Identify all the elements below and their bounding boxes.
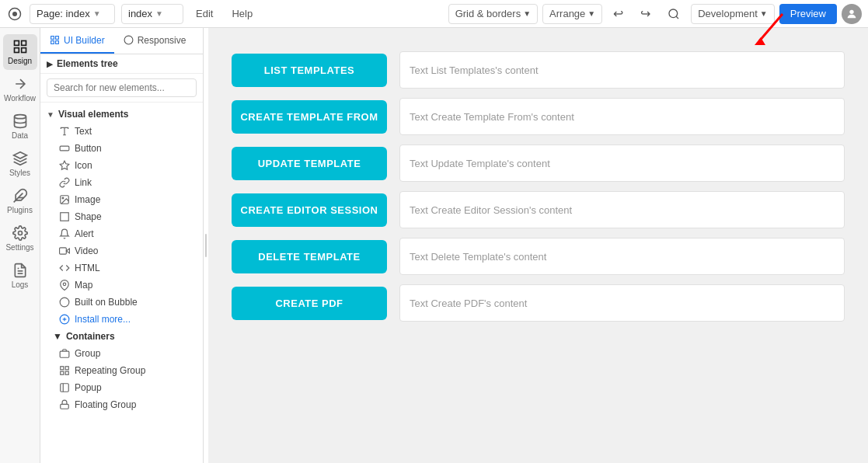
page-name-dropdown[interactable]: index ▼ bbox=[121, 4, 183, 24]
styles-label: Styles bbox=[9, 169, 30, 177]
search-icon bbox=[668, 8, 680, 20]
tree-item-floating-group[interactable]: Floating Group bbox=[40, 396, 203, 413]
tree-item-text[interactable]: Text bbox=[40, 123, 203, 140]
tree-item-built-on-bubble[interactable]: Built on Bubble bbox=[40, 294, 203, 311]
grid-borders-dropdown[interactable]: Grid & borders ▼ bbox=[448, 4, 538, 24]
sidebar-item-logs[interactable]: Logs bbox=[3, 258, 37, 294]
search-button[interactable] bbox=[661, 4, 686, 24]
group-element-icon bbox=[59, 348, 70, 359]
create-pdf-button[interactable]: Create PDF bbox=[232, 287, 387, 320]
create-template-from-button[interactable]: Create Template From bbox=[232, 100, 387, 134]
containers-header[interactable]: ▼ Containers bbox=[40, 328, 203, 345]
plugins-label: Plugins bbox=[7, 206, 33, 214]
popup-element-icon bbox=[59, 382, 70, 393]
page-title-text: Page: index bbox=[37, 8, 90, 19]
data-icon bbox=[12, 113, 28, 129]
delete-template-text: Text Delete Template's content bbox=[399, 238, 845, 275]
svg-rect-41 bbox=[61, 384, 69, 392]
svg-rect-24 bbox=[60, 146, 69, 151]
settings-label: Settings bbox=[5, 243, 33, 252]
svg-rect-36 bbox=[60, 351, 69, 357]
page-title-dropdown[interactable]: Page: index ▼ bbox=[30, 4, 115, 24]
design-icon bbox=[12, 39, 28, 54]
svg-rect-18 bbox=[56, 37, 59, 40]
svg-point-14 bbox=[18, 232, 22, 235]
image-element-icon bbox=[59, 194, 70, 205]
tree-item-alert[interactable]: Alert bbox=[40, 225, 203, 242]
svg-rect-8 bbox=[21, 41, 26, 46]
create-template-from-text: Text Create Template From's content bbox=[399, 98, 845, 135]
tree-item-map[interactable]: Map bbox=[40, 277, 203, 294]
canvas-row-1: Create Template From Text Create Templat… bbox=[232, 98, 845, 135]
svg-point-3 bbox=[12, 12, 17, 16]
svg-rect-30 bbox=[60, 248, 67, 254]
svg-rect-7 bbox=[14, 41, 19, 46]
svg-marker-29 bbox=[66, 249, 69, 253]
canvas-row-5: Create PDF Text Create PDF's content bbox=[232, 284, 845, 322]
create-editor-session-button[interactable]: Create Editor Session bbox=[232, 193, 387, 227]
built-on-bubble-icon bbox=[59, 297, 70, 308]
tree-item-html[interactable]: HTML bbox=[40, 259, 203, 277]
undo-button[interactable]: ↩ bbox=[607, 4, 629, 24]
arrange-dropdown[interactable]: Arrange ▼ bbox=[542, 4, 602, 24]
svg-point-21 bbox=[124, 36, 133, 44]
tab-ui-builder[interactable]: UI Builder bbox=[40, 28, 114, 54]
svg-point-27 bbox=[62, 197, 64, 199]
svg-marker-25 bbox=[60, 161, 69, 169]
sidebar-item-settings[interactable]: Settings bbox=[3, 221, 37, 256]
tree-item-popup[interactable]: Popup bbox=[40, 379, 203, 396]
arrange-chevron: ▼ bbox=[587, 9, 595, 18]
tree-item-shape[interactable]: Shape bbox=[40, 208, 203, 225]
preview-button[interactable]: Preview bbox=[779, 4, 837, 24]
sidebar-item-data[interactable]: Data bbox=[3, 109, 37, 144]
svg-rect-19 bbox=[56, 41, 59, 44]
tree-item-button[interactable]: Button bbox=[40, 140, 203, 157]
sidebar-item-workflow[interactable]: Workflow bbox=[3, 71, 37, 107]
responsive-icon bbox=[124, 35, 134, 45]
svg-point-4 bbox=[669, 9, 678, 18]
user-avatar[interactable] bbox=[842, 4, 862, 24]
tree-item-link[interactable]: Link bbox=[40, 174, 203, 191]
visual-elements-header[interactable]: ▼ Visual elements bbox=[40, 106, 203, 123]
map-element-icon bbox=[59, 280, 70, 291]
tree-item-image[interactable]: Image bbox=[40, 191, 203, 208]
tree-item-icon[interactable]: Icon bbox=[40, 157, 203, 174]
main-layout: Design Workflow Data Styles Plugins bbox=[0, 28, 868, 463]
svg-rect-39 bbox=[61, 371, 64, 374]
update-template-button[interactable]: Update Template bbox=[232, 147, 387, 180]
floating-group-element-icon bbox=[59, 399, 70, 410]
edit-menu[interactable]: Edit bbox=[190, 4, 219, 24]
ui-builder-icon bbox=[50, 35, 60, 45]
html-element-icon bbox=[59, 263, 70, 273]
logs-icon bbox=[12, 263, 28, 278]
topbar: Page: index ▼ index ▼ Edit Help Grid & b… bbox=[0, 0, 868, 28]
list-templates-button[interactable]: List Templates bbox=[232, 54, 387, 87]
canvas-row-4: Delete Template Text Delete Template's c… bbox=[232, 238, 845, 275]
page-name-text: index bbox=[128, 8, 152, 19]
tree-item-group[interactable]: Group bbox=[40, 345, 203, 362]
search-input[interactable] bbox=[47, 78, 197, 97]
visual-elements-chevron: ▼ bbox=[47, 110, 54, 119]
app-logo bbox=[6, 5, 23, 23]
development-dropdown[interactable]: Development ▼ bbox=[691, 4, 775, 24]
sidebar-item-plugins[interactable]: Plugins bbox=[3, 183, 37, 219]
elements-tree-chevron: ▶ bbox=[47, 60, 53, 68]
sidebar-item-styles[interactable]: Styles bbox=[3, 146, 37, 182]
alert-element-icon bbox=[59, 228, 70, 239]
create-editor-session-text: Text Create Editor Session's content bbox=[399, 191, 845, 228]
help-menu[interactable]: Help bbox=[225, 4, 259, 24]
icon-sidebar: Design Workflow Data Styles Plugins bbox=[0, 28, 40, 463]
settings-icon bbox=[12, 225, 28, 241]
list-templates-text: Text List Templates's content bbox=[399, 51, 845, 89]
tree-item-install-more[interactable]: Install more... bbox=[40, 311, 203, 328]
tab-responsive[interactable]: Responsive bbox=[114, 28, 196, 54]
redo-button[interactable]: ↪ bbox=[634, 4, 657, 24]
tree-item-video[interactable]: Video bbox=[40, 242, 203, 259]
svg-rect-17 bbox=[51, 37, 54, 40]
canvas-row-2: Update Template Text Update Template's c… bbox=[232, 144, 845, 182]
topbar-right: Grid & borders ▼ Arrange ▼ ↩ ↪ Developme… bbox=[448, 4, 862, 24]
tree-item-repeating-group[interactable]: Repeating Group bbox=[40, 362, 203, 379]
sidebar-item-design[interactable]: Design bbox=[3, 34, 37, 70]
elements-tree-header[interactable]: ▶ Elements tree bbox=[40, 54, 203, 74]
delete-template-button[interactable]: Delete Template bbox=[232, 240, 387, 273]
